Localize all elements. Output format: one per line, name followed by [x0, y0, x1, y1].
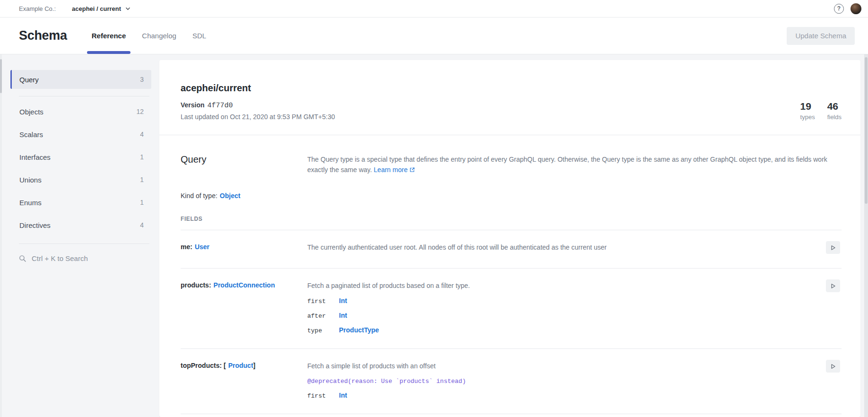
graph-selector[interactable]: acephei / current [72, 5, 130, 12]
schema-search-button[interactable]: Ctrl + K to Search [10, 254, 151, 262]
field-row-products: products:ProductConnection Fetch a pagin… [181, 268, 842, 348]
tab-reference[interactable]: Reference [86, 17, 132, 54]
arg-type-link[interactable]: Int [339, 312, 347, 319]
arg-row: first Int [307, 391, 802, 400]
field-body: Fetch a paginated list of products based… [307, 281, 826, 334]
arg-type-link[interactable]: Int [339, 391, 347, 399]
content-area: Query 3 Objects 12 Scalars 4 Interfaces … [0, 54, 868, 417]
chevron-down-icon [125, 7, 130, 10]
sidebar-item-enums[interactable]: Enums 1 [10, 191, 151, 214]
search-hint: Ctrl + K to Search [32, 254, 88, 262]
play-icon [830, 363, 836, 370]
sidebar-item-label: Directives [19, 221, 51, 229]
arg-name: after [307, 313, 339, 320]
field-args: first Int after Int type ProductType [307, 297, 802, 334]
sidebar-item-label: Query [19, 76, 39, 84]
help-icon[interactable]: ? [834, 4, 844, 14]
avatar[interactable] [851, 3, 861, 14]
sidebar-item-query[interactable]: Query 3 [10, 70, 151, 89]
learn-more-link[interactable]: Learn more [374, 165, 416, 175]
field-name-column: topProducts: [Product] [181, 361, 307, 400]
arg-name: type [307, 327, 339, 334]
page-scrollbar[interactable] [864, 54, 868, 417]
arg-type-link[interactable]: Int [339, 297, 347, 304]
kind-label: Kind of type: [181, 192, 217, 200]
card-header-left: acephei/current Version4f77d0 Last updat… [181, 83, 335, 121]
run-field-button[interactable] [826, 241, 840, 254]
field-name-column: products:ProductConnection [181, 281, 307, 334]
sidebar-item-directives[interactable]: Directives 4 [10, 214, 151, 236]
field-body: The currently authenticated user root. A… [307, 243, 826, 254]
sidebar-item-count: 4 [140, 221, 144, 229]
sidebar-item-count: 1 [140, 176, 144, 183]
schema-card: acephei/current Version4f77d0 Last updat… [159, 60, 860, 417]
type-name: Query [181, 154, 307, 165]
field-row-topproducts: topProducts: [Product] Fetch a simple li… [181, 348, 842, 414]
page-header: Schema Reference Changelog SDL Update Sc… [0, 17, 868, 54]
last-updated: Last updated on Oct 21, 2020 at 9:53 PM … [181, 113, 335, 121]
play-icon [830, 283, 836, 289]
deprecated-annotation: @deprecated(reason: Use `products` inste… [307, 378, 802, 385]
divider [181, 414, 842, 414]
kind-value-link[interactable]: Object [220, 192, 241, 200]
stat-fields: 46 fields [827, 101, 842, 121]
sidebar-item-label: Scalars [19, 130, 43, 139]
stat-fields-label: fields [827, 113, 842, 121]
sidebar-item-label: Objects [19, 108, 43, 116]
scrollbar-thumb[interactable] [0, 59, 2, 93]
tab-sdl[interactable]: SDL [187, 17, 212, 54]
run-field-button[interactable] [826, 279, 840, 292]
sidebar-item-label: Enums [19, 199, 42, 207]
sidebar-item-count: 1 [140, 153, 144, 161]
field-description: Fetch a paginated list of products based… [307, 281, 802, 290]
sidebar-item-count: 1 [140, 199, 144, 206]
kind-of-type-line: Kind of type:Object [181, 192, 842, 200]
arg-type-link[interactable]: ProductType [339, 326, 379, 334]
tabs: Reference Changelog SDL [84, 17, 214, 54]
field-list: me:User The currently authenticated user… [181, 230, 842, 414]
field-type-link[interactable]: User [195, 243, 209, 251]
sidebar-scrollbar[interactable] [0, 54, 2, 417]
field-description: Fetch a simple list of products with an … [307, 361, 802, 371]
version-line: Version4f77d0 [181, 101, 335, 110]
page-title: Schema [19, 28, 67, 43]
sidebar-divider [19, 96, 149, 96]
version-hash: 4f77d0 [208, 102, 233, 110]
sidebar-item-unions[interactable]: Unions 1 [10, 168, 151, 191]
sidebar-item-interfaces[interactable]: Interfaces 1 [10, 146, 151, 168]
type-head: Query The Query type is a special type t… [181, 154, 842, 175]
stat-fields-value: 46 [827, 101, 842, 112]
field-type-link[interactable]: ProductConnection [214, 281, 275, 289]
sidebar-item-count: 12 [136, 108, 144, 115]
type-section-query: Query The Query type is a special type t… [159, 135, 860, 414]
field-args: first Int [307, 391, 802, 400]
sidebar-item-objects[interactable]: Objects 12 [10, 100, 151, 123]
field-type-link[interactable]: Product [228, 362, 253, 369]
sidebar-item-scalars[interactable]: Scalars 4 [10, 123, 151, 146]
version-label: Version [181, 101, 205, 109]
stat-types: 19 types [800, 101, 815, 121]
graph-title: acephei/current [181, 83, 335, 94]
sidebar-item-label: Interfaces [19, 153, 51, 161]
sidebar-item-label: Unions [19, 176, 42, 184]
scrollbar-thumb[interactable] [865, 57, 868, 204]
topbar-right: ? [834, 3, 861, 14]
tab-changelog[interactable]: Changelog [136, 17, 182, 54]
org-label: Example Co.: [19, 5, 56, 12]
external-link-icon [409, 167, 415, 173]
type-name-column: Query [181, 154, 307, 175]
card-header: acephei/current Version4f77d0 Last updat… [159, 60, 860, 135]
type-description: The Query type is a special type that de… [307, 154, 842, 175]
top-bar: Example Co.: acephei / current ? [0, 0, 868, 17]
search-icon [18, 254, 26, 262]
field-signature: me:User [181, 243, 209, 251]
field-body: Fetch a simple list of products with an … [307, 361, 826, 400]
graph-selector-label: acephei / current [72, 5, 121, 12]
sidebar-divider [19, 243, 149, 244]
arg-row: after Int [307, 312, 802, 320]
field-name-column: me:User [181, 243, 307, 254]
run-field-button[interactable] [826, 360, 840, 373]
update-schema-button[interactable]: Update Schema [787, 27, 855, 45]
fields-section-label: FIELDS [181, 216, 842, 222]
play-icon [830, 244, 836, 251]
